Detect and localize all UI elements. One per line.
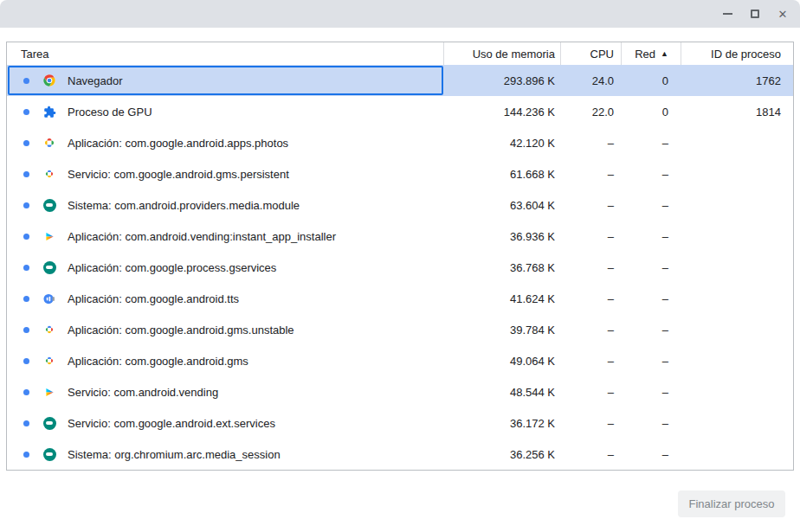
memory-cell: 144.236 K <box>443 106 560 119</box>
end-process-button[interactable]: Finalizar proceso <box>678 490 785 517</box>
memory-cell: 36.256 K <box>443 448 560 461</box>
process-row[interactable]: Aplicación: com.google.android.gms 49.06… <box>7 345 793 376</box>
android-teal-icon <box>42 260 56 274</box>
task-label: Aplicación: com.google.android.apps.phot… <box>68 137 288 150</box>
pid-cell: 1762 <box>681 74 793 87</box>
column-header-label: Uso de memoria <box>473 48 555 61</box>
cpu-cell: – <box>560 355 621 368</box>
task-cell: Servicio: com.google.android.ext.service… <box>7 416 443 430</box>
process-dot-icon <box>23 420 29 426</box>
process-dot-icon <box>23 452 29 458</box>
task-manager-window: ✕ Tarea Uso de memoria CPU Red ▲ ID de p… <box>0 0 800 532</box>
cpu-cell: – <box>560 168 621 181</box>
cpu-cell: – <box>560 230 621 243</box>
cpu-cell: – <box>560 199 621 212</box>
network-cell: – <box>621 386 681 399</box>
puzzle-icon <box>42 105 56 119</box>
process-dot-icon <box>23 327 29 333</box>
process-row[interactable]: Servicio: com.google.android.ext.service… <box>7 407 793 439</box>
close-button[interactable]: ✕ <box>769 0 797 28</box>
network-cell: – <box>621 417 681 430</box>
network-cell: 0 <box>621 106 681 119</box>
task-cell: Aplicación: com.android.vending:instant_… <box>7 229 443 243</box>
process-row[interactable]: Sistema: com.android.providers.media.mod… <box>7 189 793 221</box>
task-label: Aplicación: com.google.android.gms <box>68 355 248 368</box>
column-header-memory[interactable]: Uso de memoria <box>443 42 560 65</box>
process-row[interactable]: Aplicación: com.google.android.tts 41.62… <box>7 283 793 314</box>
column-header-pid[interactable]: ID de proceso <box>681 42 793 65</box>
task-label: Servicio: com.android.vending <box>68 386 218 399</box>
cpu-cell: 24.0 <box>560 74 621 87</box>
process-row[interactable]: Proceso de GPU 144.236 K 22.0 0 1814 <box>7 96 793 127</box>
network-cell: – <box>621 168 681 181</box>
process-dot-icon <box>23 234 29 240</box>
window-controls: ✕ <box>713 0 797 28</box>
cpu-cell: – <box>560 261 621 274</box>
table-body: Navegador 293.896 K 24.0 0 1762 Proceso … <box>7 65 793 470</box>
play-store-icon <box>42 229 56 243</box>
process-row[interactable]: Sistema: org.chromium.arc.media_session … <box>7 439 793 470</box>
task-label: Servicio: com.google.android.ext.service… <box>68 417 275 430</box>
task-label: Aplicación: com.google.android.tts <box>68 292 239 305</box>
process-dot-icon <box>23 202 29 208</box>
process-row[interactable]: Aplicación: com.google.android.apps.phot… <box>7 127 793 158</box>
tts-icon <box>42 292 56 305</box>
process-dot-icon <box>23 389 29 395</box>
cpu-cell: – <box>560 137 621 150</box>
cpu-cell: – <box>560 292 621 305</box>
column-header-cpu[interactable]: CPU <box>560 42 621 65</box>
task-label: Aplicación: com.google.process.gservices <box>68 261 276 274</box>
process-row[interactable]: Navegador 293.896 K 24.0 0 1762 <box>7 65 793 96</box>
android-teal-icon <box>42 198 56 212</box>
titlebar[interactable]: ✕ <box>0 0 800 28</box>
cpu-cell: 22.0 <box>560 106 621 119</box>
cpu-cell: – <box>560 448 621 461</box>
memory-cell: 48.544 K <box>443 386 560 399</box>
task-label: Navegador <box>68 74 123 87</box>
process-table: Tarea Uso de memoria CPU Red ▲ ID de pro… <box>6 42 794 471</box>
maximize-button[interactable] <box>741 0 769 28</box>
task-cell: Aplicación: com.google.android.tts <box>7 292 443 305</box>
photos-icon <box>42 136 56 150</box>
maximize-icon <box>751 10 759 18</box>
process-dot-icon <box>23 109 29 115</box>
process-dot-icon <box>23 358 29 364</box>
network-cell: – <box>621 355 681 368</box>
column-header-task[interactable]: Tarea <box>7 42 443 65</box>
memory-cell: 36.172 K <box>443 417 560 430</box>
process-row[interactable]: Aplicación: com.google.process.gservices… <box>7 252 793 283</box>
sort-ascending-icon: ▲ <box>661 49 668 58</box>
task-label: Aplicación: com.android.vending:instant_… <box>68 230 336 243</box>
network-cell: – <box>621 448 681 461</box>
process-row[interactable]: Servicio: com.google.android.gms.persist… <box>7 158 793 189</box>
cpu-cell: – <box>560 417 621 430</box>
network-cell: – <box>621 199 681 212</box>
process-dot-icon <box>23 171 29 177</box>
column-header-label: Red <box>635 48 655 61</box>
memory-cell: 42.120 K <box>443 137 560 150</box>
process-dot-icon <box>23 78 29 84</box>
process-dot-icon <box>23 296 29 302</box>
network-cell: 0 <box>621 74 681 87</box>
column-header-label: CPU <box>590 48 614 61</box>
column-header-network[interactable]: Red ▲ <box>621 42 681 65</box>
network-cell: – <box>621 292 681 305</box>
task-cell: Aplicación: com.google.android.gms <box>7 354 443 368</box>
process-dot-icon <box>23 265 29 271</box>
cpu-cell: – <box>560 324 621 337</box>
task-cell: Proceso de GPU <box>7 105 443 119</box>
process-row[interactable]: Aplicación: com.google.android.gms.unsta… <box>7 314 793 345</box>
task-cell: Aplicación: com.google.process.gservices <box>7 260 443 274</box>
memory-cell: 49.064 K <box>443 355 560 368</box>
android-teal-icon <box>42 447 56 461</box>
task-cell: Sistema: com.android.providers.media.mod… <box>7 198 443 212</box>
process-row[interactable]: Servicio: com.android.vending 48.544 K –… <box>7 376 793 407</box>
task-label: Sistema: com.android.providers.media.mod… <box>68 199 300 212</box>
process-row[interactable]: Aplicación: com.android.vending:instant_… <box>7 221 793 252</box>
memory-cell: 293.896 K <box>443 74 560 87</box>
pid-cell: 1814 <box>681 106 793 119</box>
task-cell: Navegador <box>7 74 443 87</box>
gms-icon <box>42 167 56 181</box>
minimize-button[interactable] <box>713 0 741 28</box>
gms-icon <box>42 354 56 368</box>
